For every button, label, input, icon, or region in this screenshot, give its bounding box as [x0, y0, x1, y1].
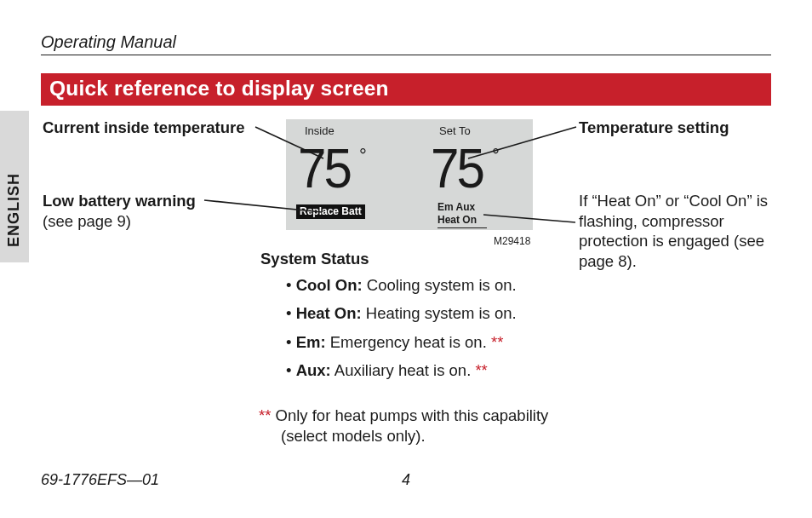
lcd-status-indicator: Em Aux Heat On [437, 201, 487, 228]
lcd-degree-right: ° [492, 145, 500, 167]
list-item: Heat On: Heating system is on. [286, 299, 517, 327]
figure-id: M29418 [494, 235, 530, 247]
list-item: Em: Emergency heat is on. ** [286, 328, 517, 356]
thermostat-display: Inside Set To 75 ° 75 ° Replace Batt Em … [286, 119, 533, 230]
lcd-status-line1: Em Aux [437, 201, 475, 213]
callout-temp-setting: Temperature setting [579, 118, 729, 138]
callout-compressor-note: If “Heat On” or “Cool On” is flashing, c… [579, 191, 775, 272]
manual-page: Operating Manual Quick reference to disp… [0, 0, 812, 518]
system-status-list: Cool On: Cooling system is on. Heat On: … [286, 271, 517, 384]
callout-low-battery: Low battery warning (see page 9) [43, 191, 255, 231]
status-label: Heat On: [296, 304, 362, 322]
status-desc: Auxiliary heat is on. [331, 361, 476, 379]
lcd-replace-batt-indicator: Replace Batt [296, 204, 365, 219]
callout-low-battery-sub: (see page 9) [43, 212, 131, 230]
status-desc: Emergency heat is on. [326, 333, 491, 351]
footnote-line2: (select models only). [259, 426, 633, 446]
doc-title: Operating Manual [41, 32, 771, 52]
status-label: Em: [296, 333, 326, 351]
status-desc: Heating system is on. [362, 304, 517, 322]
star-marker: ** [491, 333, 503, 351]
star-marker: ** [475, 361, 487, 379]
footnote: ** Only for heat pumps with this capabil… [259, 406, 633, 446]
language-tab-text: ENGLISH [5, 173, 23, 247]
status-label: Cool On: [296, 276, 363, 294]
lcd-inside-temp: 75 [298, 141, 350, 196]
callout-low-battery-title: Low battery warning [43, 192, 196, 210]
lcd-setto-label: Set To [439, 124, 471, 137]
system-status-heading: System Status [260, 250, 369, 268]
callout-current-inside: Current inside temperature [43, 118, 244, 138]
footnote-stars: ** [259, 406, 276, 424]
lcd-setto-temp: 75 [431, 141, 483, 196]
lcd-inside-label: Inside [305, 124, 335, 137]
lcd-degree-left: ° [359, 145, 367, 167]
footnote-line1: Only for heat pumps with this capability [276, 406, 549, 424]
header-rule [41, 55, 771, 55]
status-desc: Cooling system is on. [363, 276, 517, 294]
list-item: Aux: Auxiliary heat is on. ** [286, 356, 517, 384]
lcd-status-line2: Heat On [437, 214, 487, 228]
page-number: 4 [0, 471, 812, 489]
status-label: Aux: [296, 361, 331, 379]
list-item: Cool On: Cooling system is on. [286, 271, 517, 299]
section-title-bar: Quick reference to display screen [41, 73, 771, 106]
